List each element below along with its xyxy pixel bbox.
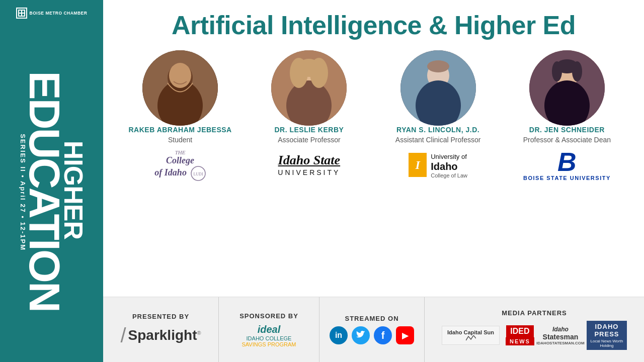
presented-by-label: PRESENTED BY [132, 313, 189, 320]
idaho-text: Idaho [431, 161, 467, 172]
speaker-role-ryan: Assistant Clinical Professor [395, 136, 481, 144]
facebook-label: f [381, 330, 385, 341]
youtube-label: ▶ [402, 331, 408, 340]
speaker-name-jen: DR. JEN SCHNEIDER [529, 126, 605, 134]
speaker-name-rakeb: RAKEB ABRAHAM JEBESSA [129, 126, 232, 134]
media-partners-label: MEDIA PARTNERS [502, 309, 567, 317]
svg-point-25 [572, 61, 582, 81]
sponsored-by-label: SPONSORED BY [239, 312, 298, 320]
org-of-idaho: of Idaho [154, 167, 187, 177]
speaker-org-rakeb: THE College of Idaho LUDI [154, 150, 206, 180]
university-of-text: University of [431, 153, 467, 160]
speaker-card-leslie: DR. LESLIE KERBY Associate Professor Ida… [247, 50, 371, 180]
statesman-url-text: IDAHOSTATESMAN.COM [536, 341, 584, 345]
top-section: Artificial Intelligence & Higher Ed [103, 0, 644, 297]
series-word-text: EDUCATION [27, 71, 62, 311]
speaker-name-ryan: RYAN S. LINCOLN, J.D. [396, 126, 479, 134]
social-icons-group: in f ▶ [330, 326, 414, 344]
streamed-on-section: STREAMED ON in f ▶ [319, 297, 425, 362]
ded-text: IDED [506, 325, 533, 337]
speaker-card-ryan: RYAN S. LINCOLN, J.D. Assistant Clinical… [376, 50, 500, 180]
media-partners-section: MEDIA PARTNERS Idaho Capital Sun IDED NE… [425, 297, 644, 362]
ideal-logo: ideal IDAHO COLLEGE SAVINGS PROGRAM [242, 324, 296, 347]
avatar-leslie [271, 50, 347, 126]
chamber-box-icon [16, 8, 27, 19]
svg-rect-0 [19, 11, 21, 13]
twitter-icon[interactable] [352, 326, 370, 344]
u-idaho-i-icon: I [409, 153, 427, 177]
facebook-icon[interactable]: f [374, 326, 392, 344]
idaho-capital-sun-logo: Idaho Capital Sun [442, 326, 500, 345]
sidebar-content: SERIES II • April 27 • 12-1PM EDUCATION … [0, 0, 103, 362]
bsu-b-icon: B [557, 147, 577, 176]
speaker-role-jen: Professor & Associate Dean [523, 136, 611, 144]
avatar-ryan [400, 50, 476, 126]
sparklight-logo: / Sparklight® [120, 324, 201, 347]
org-college: College [154, 155, 206, 166]
savings-program-text: SAVINGS PROGRAM [242, 341, 296, 347]
svg-point-19 [427, 60, 449, 72]
news-text: NEWS [506, 337, 534, 345]
u-idaho-text: University of Idaho College of Law [431, 152, 467, 178]
speaker-org-ryan: I University of Idaho College of Law [409, 150, 467, 180]
media-partners-logos: Idaho Capital Sun IDED NEWS Idaho States… [442, 321, 627, 350]
idaho-college-text: IDAHO COLLEGE [242, 335, 296, 341]
statesman-idaho-text: Idaho [552, 326, 569, 333]
org-name: BOISE METRO CHAMBER [30, 11, 88, 16]
idaho-press-logo: IDAHO PRESS Local News Worth Holding [587, 321, 627, 350]
sparklight-name-text: Sparklight® [128, 327, 201, 343]
event-title: Artificial Intelligence & Higher Ed [118, 10, 629, 40]
statesman-text: Statesman [543, 333, 579, 341]
presented-by-section: PRESENTED BY / Sparklight® [103, 297, 219, 362]
svg-point-24 [552, 61, 562, 81]
svg-text:LUDI: LUDI [193, 172, 203, 176]
bsu-text: BOISE STATE UNIVERSITY [523, 175, 611, 181]
sparklight-slash-icon: / [120, 324, 126, 347]
svg-rect-1 [22, 11, 24, 13]
sponsored-by-section: SPONSORED BY ideal IDAHO COLLEGE SAVINGS… [219, 297, 319, 362]
org-idaho-state-text: Idaho State [278, 153, 340, 168]
sidebar: BOISE METRO CHAMBER SERIES II • April 27… [0, 0, 103, 362]
speaker-card-rakeb: RAKEB ABRAHAM JEBESSA Student THE Colleg… [118, 50, 242, 180]
speaker-card-jen: DR. JEN SCHNEIDER Professor & Associate … [505, 50, 629, 180]
svg-rect-2 [19, 14, 21, 16]
linkedin-label: in [335, 331, 342, 340]
series-label-text: HIGHER [62, 141, 84, 239]
college-of-law-text: College of Law [431, 172, 467, 178]
capital-sun-text: Idaho Capital Sun [447, 329, 494, 335]
speakers-grid: RAKEB ABRAHAM JEBESSA Student THE Colleg… [118, 50, 629, 292]
ideal-text: ideal [258, 324, 281, 335]
org-the: THE [154, 149, 206, 155]
speaker-name-leslie: DR. LESLIE KERBY [274, 126, 344, 134]
linkedin-icon[interactable]: in [330, 326, 348, 344]
avatar-jen [529, 50, 605, 126]
idaho-statesman-logo: Idaho Statesman IDAHOSTATESMAN.COM [540, 326, 581, 345]
svg-point-15 [298, 59, 320, 77]
speaker-org-jen: B BOISE STATE UNIVERSITY [523, 150, 611, 180]
org-university-text: UNIVERSITY [278, 168, 340, 176]
main-content: Artificial Intelligence & Higher Ed [103, 0, 644, 362]
streamed-on-label: STREAMED ON [345, 315, 398, 322]
speaker-role-rakeb: Student [168, 136, 192, 144]
svg-rect-3 [22, 14, 24, 16]
youtube-icon[interactable]: ▶ [396, 326, 414, 344]
sidebar-header: BOISE METRO CHAMBER [0, 8, 103, 19]
speaker-role-leslie: Associate Professor [278, 136, 341, 144]
footer: PRESENTED BY / Sparklight® SPONSORED BY … [103, 297, 644, 362]
speaker-org-leslie: Idaho State UNIVERSITY [278, 150, 340, 180]
ded-news-logo: IDED NEWS [506, 325, 534, 345]
avatar-rakeb [142, 50, 218, 126]
idaho-press-text: IDAHO PRESS Local News Worth Holding [587, 321, 627, 350]
